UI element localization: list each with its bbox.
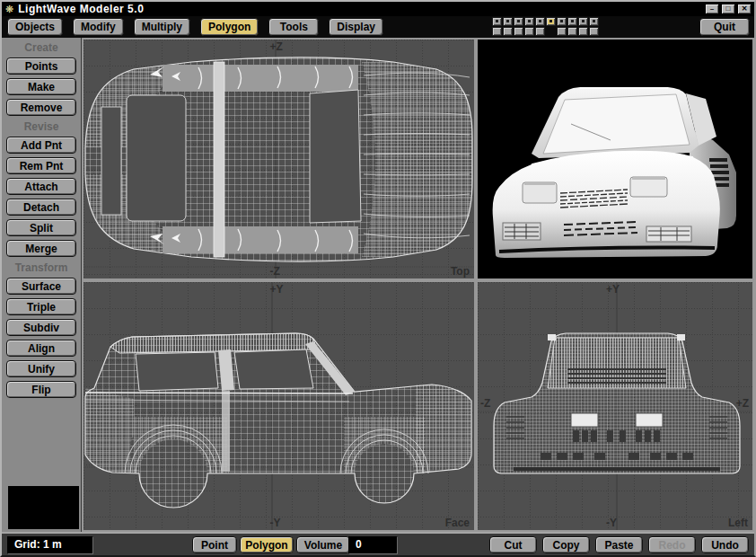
shaded-render [478,40,752,278]
mini-button-r1-c10[interactable] [589,17,599,26]
app-icon: ❋ [5,2,13,16]
viewport-shaded[interactable] [478,40,752,278]
sidebar-unify-button[interactable]: Unify [6,360,76,377]
menu-buttons: Objects Modify Multiply Polygon Tools Di… [7,18,383,36]
copy-button[interactable]: Copy [542,536,590,553]
mini-button-r2-c7[interactable] [557,27,567,36]
mini-button-r2-c4[interactable] [524,27,534,36]
menubar: Objects Modify Multiply Polygon Tools Di… [2,16,754,38]
axis-label-bottom: -Y [606,517,617,529]
mini-button-r1-c6[interactable] [546,17,556,26]
selection-mode-buttons: Point Polygon Volume [192,536,350,553]
mode-volume-button[interactable]: Volume [296,536,350,553]
sidebar-addpnt-button[interactable]: Add Pnt [6,137,76,154]
sidebar-flip-button[interactable]: Flip [6,381,76,398]
viewport-top[interactable]: +Z -Z Top [84,40,474,278]
redo-button[interactable]: Redo [648,536,696,553]
menu-modify[interactable]: Modify [73,18,124,36]
menu-tools[interactable]: Tools [268,18,319,36]
axis-label-right: +Z [736,397,749,410]
mini-button-r1-c5[interactable] [535,17,545,26]
mini-button-r2-c10[interactable] [589,27,599,36]
mini-button-r2-c8[interactable] [567,27,577,36]
sidebar-rempnt-button[interactable]: Rem Pnt [6,157,76,174]
mini-button-r1-c4[interactable] [524,17,534,26]
minimize-button[interactable]: – [705,4,719,14]
axis-label-bottom: -Z [270,265,280,278]
sidebar-spacer [2,402,81,486]
axis-label-top: +Y [606,283,620,296]
statusbar: Grid: 1 m Point Polygon Volume 0 Cut Cop… [2,532,754,555]
section-header-create: Create [2,41,81,55]
selection-count-field: 0 [348,536,397,553]
sidebar-attach-button[interactable]: Attach [6,178,76,195]
sidebar-subdiv-button[interactable]: Subdiv [6,319,76,336]
mini-button-r2-c9[interactable] [578,27,588,36]
maximize-button[interactable]: □ [721,4,735,14]
mini-button-r1-c3[interactable] [514,17,523,26]
section-header-transform: Transform [2,261,81,275]
mini-button-r1-c2[interactable] [503,17,513,26]
axis-label-bottom: -Y [270,517,281,529]
quit-button[interactable]: Quit [699,18,750,36]
sidebar: Create Points Make Remove Revise Add Pnt… [2,38,81,532]
paste-button[interactable]: Paste [595,536,643,553]
viewport-left[interactable]: +Y -Y -Z +Z Left [478,282,752,530]
window-controls: – □ ✕ [705,4,752,14]
sidebar-detach-button[interactable]: Detach [6,199,76,216]
menu-polygon[interactable]: Polygon [200,18,259,36]
close-button[interactable]: ✕ [737,4,752,14]
undo-button[interactable]: Undo [701,536,749,553]
section-header-revise: Revise [2,120,81,134]
menu-objects[interactable]: Objects [7,18,63,36]
mode-point-button[interactable]: Point [192,536,237,553]
axis-label-top: +Y [270,283,284,296]
viewport-name-top: Top [451,265,470,278]
mini-button-r1-c1[interactable] [492,17,502,26]
face-view-wireframe [84,282,474,530]
app-window: ❋ LightWave Modeler 5.0 – □ ✕ Objects Mo… [0,0,756,557]
titlebar: ❋ LightWave Modeler 5.0 – □ ✕ [2,2,754,16]
edit-buttons: Cut Copy Paste Redo Undo [489,536,749,553]
menu-display[interactable]: Display [329,18,383,36]
grid-size-field: Grid: 1 m [7,536,92,553]
sidebar-merge-button[interactable]: Merge [6,240,76,257]
preview-box [8,486,79,529]
top-view-wireframe [84,40,474,278]
mini-button-r2-c5[interactable] [535,27,545,36]
sidebar-triple-button[interactable]: Triple [6,298,76,315]
sidebar-align-button[interactable]: Align [6,340,76,357]
mini-button-r2-c1[interactable] [492,27,502,36]
menu-multiply[interactable]: Multiply [134,18,190,36]
sidebar-surface-button[interactable]: Surface [6,278,76,295]
mini-button-r2-c2[interactable] [503,27,513,36]
mini-button-r1-c8[interactable] [567,17,577,26]
axis-label-left: -Z [480,397,490,410]
left-view-wireframe [478,282,752,530]
axis-label-top: +Z [270,40,283,53]
sidebar-remove-button[interactable]: Remove [6,99,76,116]
viewport-name-left: Left [728,517,748,529]
viewport-grid: +Z -Z Top [81,38,754,532]
mini-button-r1-c9[interactable] [578,17,588,26]
viewport-face[interactable]: +Y -Y Face [84,282,474,530]
sidebar-points-button[interactable]: Points [6,57,76,75]
main-area: Create Points Make Remove Revise Add Pnt… [2,38,754,532]
viewport-name-face: Face [445,517,470,529]
viewport-config-buttons [492,17,599,36]
window-title: LightWave Modeler 5.0 [18,3,144,16]
cut-button[interactable]: Cut [489,536,537,553]
sidebar-make-button[interactable]: Make [6,78,76,95]
mini-button-r1-c7[interactable] [557,17,567,26]
mode-polygon-button[interactable]: Polygon [240,536,294,553]
mini-button-r2-c3[interactable] [514,27,523,36]
sidebar-split-button[interactable]: Split [6,219,76,236]
